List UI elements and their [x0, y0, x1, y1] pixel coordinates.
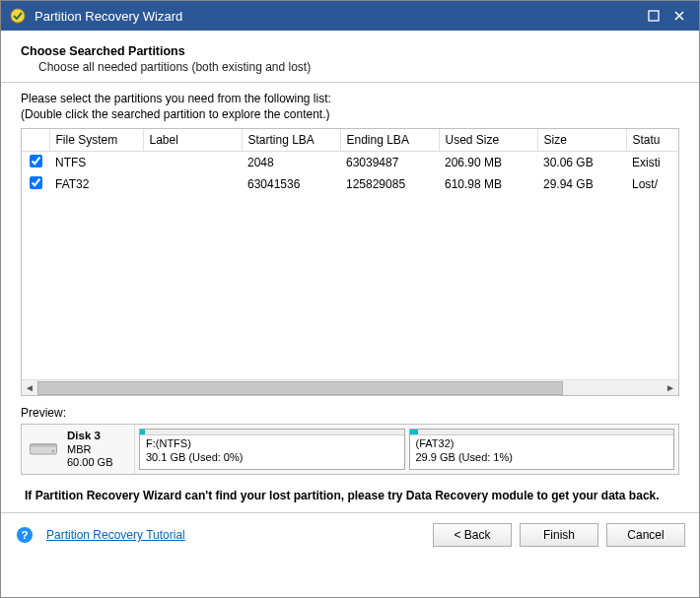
svg-point-0: [11, 9, 25, 23]
titlebar: Partition Recovery Wizard: [1, 1, 699, 31]
col-file-system[interactable]: File System: [49, 129, 143, 151]
row-checkbox[interactable]: [30, 155, 42, 167]
svg-point-4: [52, 450, 54, 452]
instruction-line-1: Please select the partitions you need fr…: [21, 91, 685, 106]
help-icon: ?: [15, 525, 35, 545]
horizontal-scrollbar[interactable]: ◄ ►: [22, 379, 678, 395]
cell-size: 30.06 GB: [537, 151, 626, 173]
preview-partition[interactable]: F:(NTFS)30.1 GB (Used: 0%): [139, 429, 405, 470]
finish-button[interactable]: Finish: [520, 523, 598, 547]
disk-icon: [28, 439, 59, 460]
partition-size: 29.9 GB (Used: 1%): [416, 451, 513, 463]
cell-used-size: 206.90 MB: [439, 151, 537, 173]
instruction-line-2: (Double click the searched partition to …: [21, 106, 685, 122]
table-row[interactable]: FAT3263041536125829085610.98 MB29.94 GBL…: [22, 173, 678, 195]
disk-size: 60.00 GB: [67, 456, 112, 468]
scroll-left-icon[interactable]: ◄: [22, 380, 37, 396]
window-title: Partition Recovery Wizard: [35, 9, 640, 24]
disk-name: Disk 3: [67, 430, 101, 441]
cell-status: Lost/: [626, 173, 678, 195]
col-status[interactable]: Statu: [626, 129, 678, 151]
preview-label: Preview:: [15, 396, 685, 424]
maximize-button[interactable]: [642, 4, 665, 28]
preview-disk: Disk 3 MBR 60.00 GB: [22, 425, 135, 474]
scrollbar-thumb[interactable]: [37, 381, 563, 395]
cell-ending-lba: 63039487: [340, 151, 439, 173]
col-starting-lba[interactable]: Starting LBA: [242, 129, 340, 151]
cell-ending-lba: 125829085: [340, 173, 439, 195]
partition-label: F:(NTFS): [146, 437, 191, 449]
back-button[interactable]: < Back: [433, 523, 512, 547]
cell-starting-lba: 2048: [242, 151, 340, 173]
app-icon: [9, 7, 27, 25]
cell-size: 29.94 GB: [537, 173, 626, 195]
tutorial-link[interactable]: Partition Recovery Tutorial: [46, 528, 185, 542]
preview-partition[interactable]: (FAT32)29.9 GB (Used: 1%): [409, 429, 675, 470]
col-label[interactable]: Label: [143, 129, 242, 151]
col-size[interactable]: Size: [537, 129, 626, 151]
close-button[interactable]: [667, 4, 691, 28]
cell-file-system: NTFS: [49, 151, 143, 173]
svg-rect-3: [31, 443, 57, 446]
cancel-button[interactable]: Cancel: [606, 523, 685, 547]
page-subheading: Choose all needed partitions (both exist…: [15, 60, 685, 82]
table-row[interactable]: NTFS204863039487206.90 MB30.06 GBExisti: [22, 151, 678, 173]
partition-table: File System Label Starting LBA Ending LB…: [21, 128, 679, 396]
cell-file-system: FAT32: [49, 173, 143, 195]
preview-panel: Disk 3 MBR 60.00 GB F:(NTFS)30.1 GB (Use…: [21, 424, 679, 475]
svg-text:?: ?: [21, 528, 28, 541]
col-checkbox: [22, 129, 49, 151]
page-heading: Choose Searched Partitions: [15, 40, 685, 60]
disk-type: MBR: [67, 443, 91, 455]
cell-used-size: 610.98 MB: [439, 173, 537, 195]
partition-label: (FAT32): [416, 437, 455, 449]
partition-size: 30.1 GB (Used: 0%): [146, 451, 243, 463]
svg-rect-1: [649, 11, 659, 21]
cell-starting-lba: 63041536: [242, 173, 340, 195]
separator: [1, 82, 699, 83]
col-used-size[interactable]: Used Size: [439, 129, 537, 151]
cell-status: Existi: [626, 151, 678, 173]
cell-label: [143, 173, 242, 195]
footer: ? Partition Recovery Tutorial < Back Fin…: [1, 512, 699, 557]
recovery-note: If Partition Recovery Wizard can't find …: [15, 475, 685, 512]
row-checkbox[interactable]: [30, 176, 42, 189]
scroll-right-icon[interactable]: ►: [663, 380, 678, 396]
cell-label: [143, 151, 242, 173]
col-ending-lba[interactable]: Ending LBA: [340, 129, 439, 151]
